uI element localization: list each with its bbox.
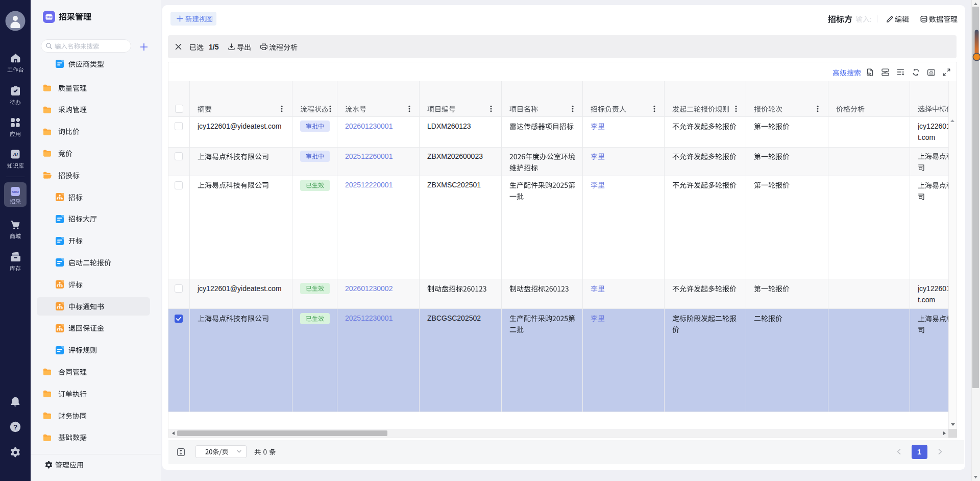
svg-text:?: ? <box>13 423 17 431</box>
svg-text:SRM: SRM <box>46 16 52 19</box>
svg-text:AI: AI <box>12 152 18 157</box>
svg-text:SRM: SRM <box>12 190 18 194</box>
